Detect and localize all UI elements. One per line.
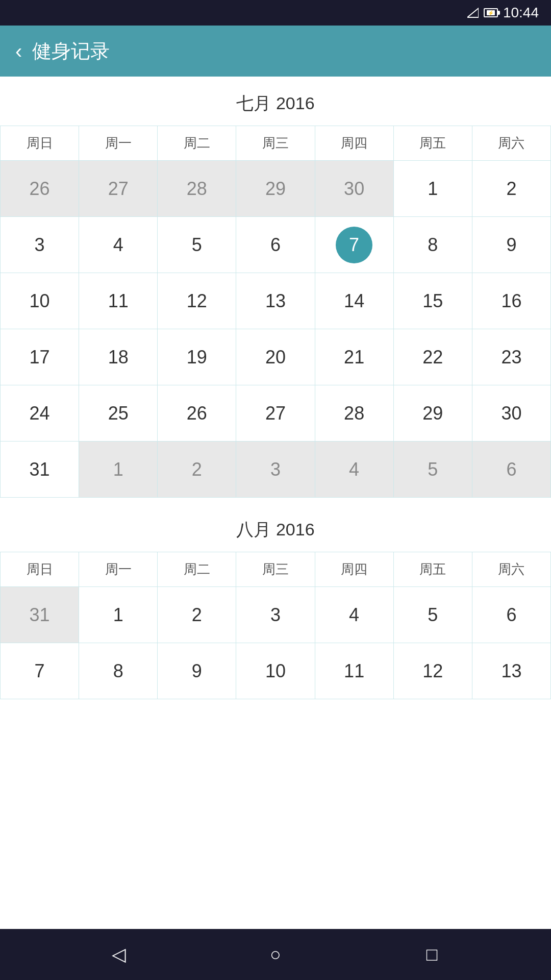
table-row[interactable]: 29 bbox=[236, 161, 315, 217]
status-time: 10:44 bbox=[503, 5, 539, 21]
july-month-section: 七月 2016 周日 周一 周二 周三 周四 周五 周六 26 27 28 29… bbox=[0, 77, 551, 503]
aug-day-header-fri: 周五 bbox=[394, 552, 472, 587]
status-icons: ⚡ 10:44 bbox=[467, 5, 539, 21]
table-row[interactable]: 23 bbox=[472, 329, 551, 385]
app-bar: ‹ 健身记录 bbox=[0, 26, 551, 77]
table-row[interactable]: 28 bbox=[158, 161, 236, 217]
august-month-section: 八月 2016 周日 周一 周二 周三 周四 周五 周六 31 1 2 3 4 … bbox=[0, 503, 551, 704]
table-row[interactable]: 3 bbox=[1, 217, 79, 273]
aug-day-header-sun: 周日 bbox=[1, 552, 79, 587]
nav-home-button[interactable]: ○ bbox=[260, 939, 291, 970]
table-row[interactable]: 4 bbox=[315, 587, 394, 643]
aug-day-header-sat: 周六 bbox=[472, 552, 551, 587]
august-calendar-grid: 31 1 2 3 4 5 6 7 8 9 10 11 12 13 bbox=[0, 587, 551, 699]
app-title: 健身记录 bbox=[32, 38, 110, 64]
table-row[interactable]: 3 bbox=[236, 587, 315, 643]
table-row[interactable]: 19 bbox=[158, 329, 236, 385]
signal-icon bbox=[467, 7, 479, 18]
july-calendar-grid: 26 27 28 29 30 1 2 3 4 5 6 7 8 9 10 11 1… bbox=[0, 161, 551, 498]
table-row[interactable]: 21 bbox=[315, 329, 394, 385]
table-row[interactable]: 31 bbox=[1, 587, 79, 643]
aug-day-header-tue: 周二 bbox=[158, 552, 236, 587]
table-row[interactable]: 30 bbox=[472, 385, 551, 442]
aug-day-header-mon: 周一 bbox=[79, 552, 158, 587]
day-header-mon: 周一 bbox=[79, 126, 158, 161]
table-row[interactable]: 9 bbox=[472, 217, 551, 273]
battery-icon: ⚡ bbox=[484, 8, 498, 17]
table-row[interactable]: 12 bbox=[158, 273, 236, 329]
day-header-sun: 周日 bbox=[1, 126, 79, 161]
aug-day-header-wed: 周三 bbox=[236, 552, 315, 587]
table-row[interactable]: 24 bbox=[1, 385, 79, 442]
table-row[interactable]: 27 bbox=[236, 385, 315, 442]
table-row[interactable]: 27 bbox=[79, 161, 158, 217]
table-row[interactable]: 16 bbox=[472, 273, 551, 329]
table-row[interactable]: 3 bbox=[236, 442, 315, 498]
july-day-headers: 周日 周一 周二 周三 周四 周五 周六 bbox=[0, 126, 551, 161]
table-row[interactable]: 7 bbox=[1, 643, 79, 699]
table-row[interactable]: 11 bbox=[79, 273, 158, 329]
nav-recents-button[interactable]: □ bbox=[417, 939, 447, 970]
table-row[interactable]: 10 bbox=[236, 643, 315, 699]
back-button[interactable]: ‹ bbox=[15, 41, 22, 61]
calendar-scroll: 七月 2016 周日 周一 周二 周三 周四 周五 周六 26 27 28 29… bbox=[0, 77, 551, 929]
table-row[interactable]: 18 bbox=[79, 329, 158, 385]
table-row[interactable]: 6 bbox=[236, 217, 315, 273]
table-row[interactable]: 2 bbox=[158, 442, 236, 498]
table-row[interactable]: 15 bbox=[394, 273, 472, 329]
day-header-thu: 周四 bbox=[315, 126, 394, 161]
table-row[interactable]: 11 bbox=[315, 643, 394, 699]
table-row[interactable]: 9 bbox=[158, 643, 236, 699]
table-row[interactable]: 1 bbox=[79, 442, 158, 498]
nav-back-button[interactable]: ◁ bbox=[104, 939, 134, 970]
today-cell[interactable]: 7 bbox=[315, 217, 394, 273]
table-row[interactable]: 1 bbox=[394, 161, 472, 217]
table-row[interactable]: 5 bbox=[394, 587, 472, 643]
table-row[interactable]: 2 bbox=[472, 161, 551, 217]
table-row[interactable]: 22 bbox=[394, 329, 472, 385]
table-row[interactable]: 30 bbox=[315, 161, 394, 217]
table-row[interactable]: 13 bbox=[472, 643, 551, 699]
table-row[interactable]: 10 bbox=[1, 273, 79, 329]
table-row[interactable]: 6 bbox=[472, 442, 551, 498]
svg-marker-0 bbox=[467, 8, 479, 17]
table-row[interactable]: 17 bbox=[1, 329, 79, 385]
day-header-wed: 周三 bbox=[236, 126, 315, 161]
day-header-tue: 周二 bbox=[158, 126, 236, 161]
status-bar: ⚡ 10:44 bbox=[0, 0, 551, 26]
table-row[interactable]: 26 bbox=[1, 161, 79, 217]
table-row[interactable]: 25 bbox=[79, 385, 158, 442]
table-row[interactable]: 13 bbox=[236, 273, 315, 329]
table-row[interactable]: 8 bbox=[79, 643, 158, 699]
august-month-title: 八月 2016 bbox=[0, 513, 551, 552]
nav-bar: ◁ ○ □ bbox=[0, 929, 551, 980]
day-header-fri: 周五 bbox=[394, 126, 472, 161]
table-row[interactable]: 6 bbox=[472, 587, 551, 643]
table-row[interactable]: 8 bbox=[394, 217, 472, 273]
table-row[interactable]: 28 bbox=[315, 385, 394, 442]
table-row[interactable]: 20 bbox=[236, 329, 315, 385]
table-row[interactable]: 1 bbox=[79, 587, 158, 643]
july-month-title: 七月 2016 bbox=[0, 87, 551, 126]
table-row[interactable]: 14 bbox=[315, 273, 394, 329]
table-row[interactable]: 5 bbox=[394, 442, 472, 498]
aug-day-header-thu: 周四 bbox=[315, 552, 394, 587]
table-row[interactable]: 31 bbox=[1, 442, 79, 498]
table-row[interactable]: 4 bbox=[315, 442, 394, 498]
table-row[interactable]: 26 bbox=[158, 385, 236, 442]
table-row[interactable]: 4 bbox=[79, 217, 158, 273]
day-header-sat: 周六 bbox=[472, 126, 551, 161]
table-row[interactable]: 29 bbox=[394, 385, 472, 442]
table-row[interactable]: 12 bbox=[394, 643, 472, 699]
table-row[interactable]: 2 bbox=[158, 587, 236, 643]
table-row[interactable]: 5 bbox=[158, 217, 236, 273]
august-day-headers: 周日 周一 周二 周三 周四 周五 周六 bbox=[0, 552, 551, 587]
